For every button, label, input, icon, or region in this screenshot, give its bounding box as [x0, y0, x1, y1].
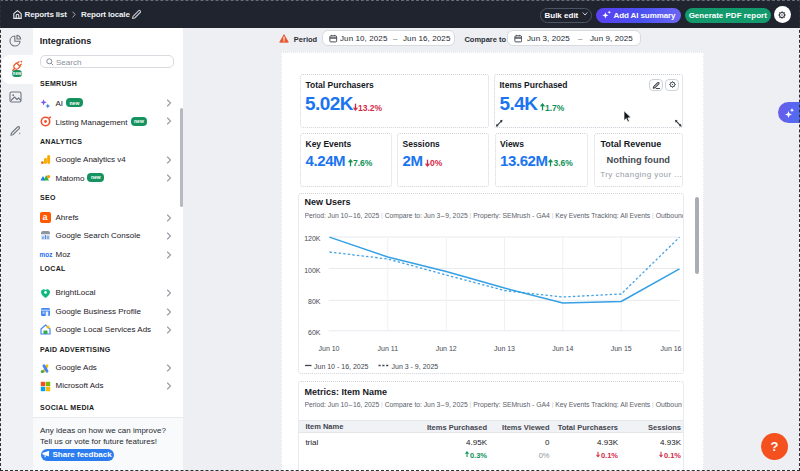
svg-text:Jun 13: Jun 13: [493, 344, 514, 351]
svg-text:Jun 10: Jun 10: [318, 344, 339, 351]
svg-text:Jun 3 - 9, 2025: Jun 3 - 9, 2025: [391, 363, 438, 370]
svg-text:80K: 80K: [308, 298, 321, 305]
svg-text:Jun 16: Jun 16: [660, 344, 681, 351]
svg-text:100K: 100K: [304, 266, 321, 273]
svg-text:Jun 14: Jun 14: [552, 344, 573, 351]
svg-text:60K: 60K: [308, 329, 321, 336]
svg-text:Jun 10 - 16, 2025: Jun 10 - 16, 2025: [314, 363, 369, 370]
svg-text:120K: 120K: [304, 235, 321, 242]
svg-text:Jun 11: Jun 11: [377, 344, 398, 351]
svg-text:Jun 15: Jun 15: [610, 344, 631, 351]
svg-text:Jun 12: Jun 12: [435, 344, 456, 351]
